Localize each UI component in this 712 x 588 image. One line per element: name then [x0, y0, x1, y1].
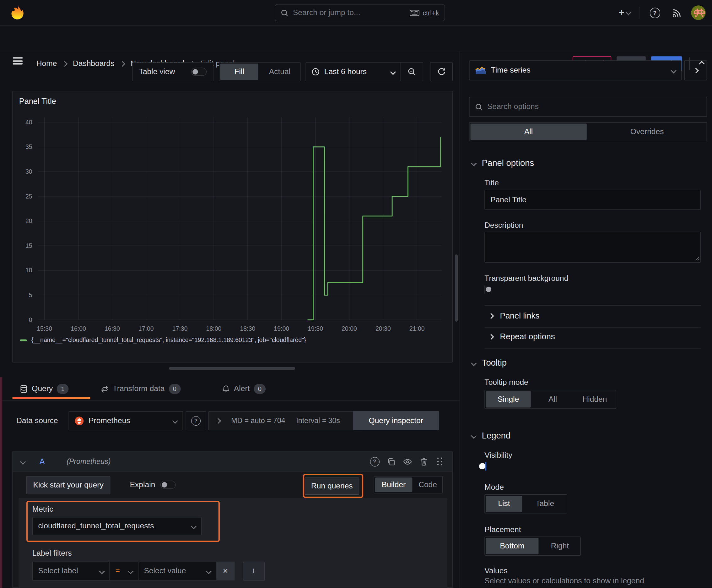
tab-transform-data[interactable]: Transform data 0 — [101, 377, 180, 401]
chevron-down-icon — [390, 69, 396, 75]
svg-text:19:00: 19:00 — [274, 325, 289, 332]
select-label-dropdown[interactable]: Select label — [33, 562, 110, 581]
panel-options-section-header[interactable]: Panel options — [472, 158, 534, 168]
help-button[interactable]: ? — [644, 0, 666, 25]
scope-overrides[interactable]: Overrides — [588, 123, 707, 141]
collapse-query-icon[interactable] — [20, 459, 26, 464]
panel-options-pane: Time series Search options All Overrides… — [459, 51, 712, 588]
series-label: {__name__="cloudflared_tunnel_total_requ… — [31, 337, 306, 344]
delete-query-button[interactable] — [417, 455, 430, 468]
chevron-right-icon — [120, 61, 125, 66]
grafana-logo-icon[interactable] — [10, 5, 25, 20]
news-rss-button[interactable] — [666, 0, 687, 25]
table-view-label: Table view — [139, 67, 175, 76]
search-shortcut: ctrl+k — [409, 9, 439, 17]
svg-text:17:00: 17:00 — [138, 325, 154, 332]
copy-query-button[interactable] — [384, 455, 398, 468]
scrollbar-thumb[interactable] — [455, 254, 458, 322]
tab-alert-count: 0 — [254, 384, 266, 394]
visualization-picker[interactable]: Time series — [469, 60, 682, 80]
refresh-button[interactable] — [430, 62, 453, 81]
display-mode-fill[interactable]: Fill — [220, 63, 258, 80]
table-view-toggle[interactable] — [191, 68, 207, 76]
panel-resize-handle[interactable] — [169, 367, 295, 370]
legend-mode-table[interactable]: Table — [523, 495, 567, 513]
chevron-down-icon — [191, 523, 196, 529]
legend-placement-bottom[interactable]: Bottom — [486, 538, 539, 554]
panel-title-input[interactable] — [484, 190, 700, 210]
panel-links-section[interactable]: Panel links — [489, 311, 540, 321]
svg-text:35: 35 — [25, 143, 33, 150]
divider — [484, 348, 700, 349]
legend-mode-list[interactable]: List — [486, 496, 522, 512]
query-options-collapsed[interactable]: MD = auto = 704 Interval = 30s — [209, 411, 363, 430]
transform-icon — [101, 385, 109, 393]
legend-visibility-toggle[interactable] — [486, 462, 486, 470]
legend-placement-switch: Bottom Right — [484, 537, 581, 555]
legend-mode-label: Mode — [484, 483, 504, 492]
avatar[interactable] — [691, 5, 706, 20]
legend-section-header[interactable]: Legend — [472, 430, 511, 441]
display-mode-actual[interactable]: Actual — [259, 63, 300, 81]
tab-alert[interactable]: Alert 0 — [222, 377, 265, 401]
legend-placement-right[interactable]: Right — [539, 537, 580, 555]
description-textarea[interactable] — [484, 232, 700, 262]
chevron-down-icon — [471, 160, 477, 166]
svg-text:21:00: 21:00 — [409, 325, 425, 332]
editor-mode-code[interactable]: Code — [413, 477, 442, 493]
chart-legend-item[interactable]: {__name__="cloudflared_tunnel_total_requ… — [20, 337, 306, 344]
add-filter-button[interactable]: + — [243, 562, 265, 581]
svg-text:0: 0 — [29, 316, 33, 323]
tooltip-mode-hidden[interactable]: Hidden — [574, 390, 616, 408]
menu-icon[interactable] — [13, 57, 23, 64]
datasource-help-button[interactable]: ? — [186, 411, 206, 430]
options-search-placeholder: Search options — [487, 102, 539, 111]
query-inspector-button[interactable]: Query inspector — [353, 411, 439, 430]
global-search-input[interactable]: Search or jump to... ctrl+k — [275, 4, 445, 21]
chevron-down-icon — [626, 10, 631, 15]
explain-toggle[interactable] — [160, 481, 176, 489]
time-series-chart[interactable]: 051015202530354015:3016:0016:3017:0017:3… — [13, 91, 452, 362]
time-range-button[interactable]: Last 6 hours — [306, 67, 401, 76]
metric-select[interactable]: cloudflared_tunnel_total_requests — [33, 517, 202, 535]
plus-icon: + — [619, 7, 624, 19]
tab-transform-label: Transform data — [113, 384, 165, 394]
toggle-query-visibility-button[interactable] — [401, 455, 414, 468]
label-filters-label: Label filters — [33, 549, 72, 558]
chevron-right-icon — [62, 61, 67, 66]
active-tab-underline — [12, 397, 90, 399]
query-row-header[interactable]: A (Prometheus) ? — [13, 452, 452, 472]
drag-handle-icon[interactable] — [433, 455, 447, 468]
svg-text:30: 30 — [25, 168, 33, 175]
divider — [484, 327, 700, 327]
panel-preview: Panel Title 051015202530354015:3016:0016… — [12, 91, 453, 362]
query-help-button[interactable]: ? — [368, 455, 382, 468]
breadcrumb-bar: Home Dashboards New dashboard Edit panel… — [0, 25, 712, 51]
select-value-dropdown[interactable]: Select value — [138, 562, 217, 581]
transparent-background-toggle[interactable] — [484, 285, 486, 294]
chevron-down-icon — [471, 360, 477, 365]
breadcrumb-dashboards[interactable]: Dashboards — [73, 59, 114, 68]
zoom-out-button[interactable] — [401, 62, 423, 81]
tooltip-mode-single[interactable]: Single — [486, 391, 531, 407]
kick-start-query-button[interactable]: Kick start your query — [26, 476, 110, 495]
remove-filter-button[interactable]: × — [217, 562, 235, 581]
repeat-options-section[interactable]: Repeat options — [489, 332, 555, 341]
tooltip-section-header[interactable]: Tooltip — [472, 358, 507, 368]
scope-all[interactable]: All — [470, 123, 586, 140]
datasource-picker[interactable]: Prometheus — [68, 411, 183, 430]
time-range-picker: Last 6 hours — [305, 62, 423, 81]
tooltip-mode-all[interactable]: All — [532, 390, 574, 408]
svg-text:20:30: 20:30 — [375, 325, 391, 332]
breadcrumb-home[interactable]: Home — [37, 59, 57, 68]
svg-text:40: 40 — [25, 119, 33, 126]
run-queries-button[interactable]: Run queries — [305, 478, 360, 495]
toggle-viz-picker-button[interactable] — [684, 60, 707, 80]
options-search-input[interactable]: Search options — [469, 97, 707, 117]
legend-values-hint: Select values or calculations to show in… — [484, 577, 644, 586]
operator-dropdown[interactable]: = — [110, 562, 138, 581]
add-new-button[interactable]: + — [614, 0, 634, 25]
question-circle-icon: ? — [191, 416, 201, 425]
series-color-swatch — [20, 339, 27, 341]
editor-mode-builder[interactable]: Builder — [375, 478, 412, 492]
